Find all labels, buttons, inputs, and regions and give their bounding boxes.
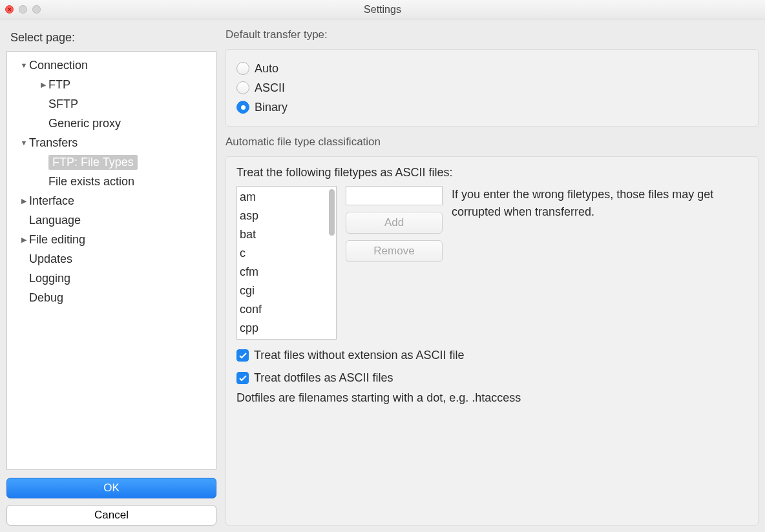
classification-group: Treat the following filetypes as ASCII f… — [225, 156, 759, 526]
sidebar-buttons: OK Cancel — [6, 475, 216, 526]
window-title: Settings — [0, 4, 765, 15]
treat-dotfiles-row[interactable]: Treat dotfiles as ASCII files — [236, 371, 748, 385]
settings-window: ✕ Settings Select page: ▼Connection▶FTPS… — [0, 0, 765, 532]
new-filetype-input[interactable] — [346, 186, 443, 205]
cancel-button[interactable]: Cancel — [6, 505, 216, 526]
tree-item-label: Logging — [29, 272, 70, 285]
tree-item-label: FTP — [48, 78, 70, 92]
sidebar-label: Select page: — [6, 26, 216, 46]
radio-ascii[interactable]: ASCII — [236, 78, 748, 97]
tree-item[interactable]: Debug — [7, 288, 216, 307]
tree-item-label: SFTP — [48, 97, 78, 111]
list-item[interactable]: cpp — [240, 319, 324, 338]
radio-ascii-label: ASCII — [255, 81, 285, 95]
tree-item[interactable]: Language — [7, 210, 216, 230]
radio-ascii-indicator — [236, 81, 249, 94]
tree-item-label: Language — [29, 214, 81, 227]
disclosure-closed-icon: ▶ — [38, 81, 48, 89]
add-button[interactable]: Add — [346, 212, 443, 234]
scrollbar-thumb[interactable] — [329, 189, 335, 236]
tree-item[interactable]: FTP: File Types — [7, 152, 216, 172]
tree-item-label: File exists action — [48, 175, 134, 189]
tree-item-label: Connection — [29, 59, 88, 72]
sidebar: Select page: ▼Connection▶FTPSFTPGeneric … — [6, 26, 216, 526]
tree-item-label: Debug — [29, 291, 63, 305]
add-remove-column: Add Remove — [346, 186, 443, 262]
list-item[interactable]: cfm — [240, 263, 324, 281]
tree-item-label: Updates — [29, 252, 72, 266]
tree-item[interactable]: ▶File editing — [7, 230, 216, 249]
treat-dotfiles-label: Treat dotfiles as ASCII files — [254, 371, 393, 385]
filetypes-hint: If you enter the wrong filetypes, those … — [452, 186, 748, 221]
tree-item-label: Transfers — [29, 136, 78, 150]
tree-item[interactable]: Logging — [7, 269, 216, 288]
list-item[interactable]: asp — [240, 207, 324, 225]
ascii-filetypes-list[interactable]: amaspbatccfmcgiconfcpp — [236, 186, 337, 340]
ok-button[interactable]: OK — [6, 478, 216, 498]
radio-auto-indicator — [236, 62, 249, 75]
disclosure-open-icon: ▼ — [19, 139, 29, 147]
transfer-type-group: Auto ASCII Binary — [225, 49, 759, 127]
tree-item[interactable]: File exists action — [7, 172, 216, 191]
ascii-filetypes-label: Treat the following filetypes as ASCII f… — [236, 166, 748, 179]
treat-noext-label: Treat files without extension as ASCII f… — [254, 349, 465, 362]
tree-item[interactable]: ▼Transfers — [7, 133, 216, 152]
tree-item[interactable]: ▶Interface — [7, 191, 216, 210]
tree-item[interactable]: ▶FTP — [7, 75, 216, 94]
disclosure-closed-icon: ▶ — [19, 236, 29, 244]
transfer-type-label: Default transfer type: — [225, 26, 759, 43]
radio-auto[interactable]: Auto — [236, 59, 748, 78]
list-item[interactable]: conf — [240, 300, 324, 319]
list-item[interactable]: cgi — [240, 281, 324, 300]
titlebar: ✕ Settings — [0, 0, 765, 19]
tree-item-label: FTP: File Types — [48, 155, 138, 170]
disclosure-open-icon: ▼ — [19, 61, 29, 69]
tree-item[interactable]: SFTP — [7, 94, 216, 114]
list-item[interactable]: bat — [240, 225, 324, 244]
treat-noext-row[interactable]: Treat files without extension as ASCII f… — [236, 349, 748, 362]
tree-item[interactable]: Updates — [7, 249, 216, 269]
radio-binary-indicator — [236, 101, 249, 114]
tree-item[interactable]: ▼Connection — [7, 56, 216, 75]
tree-item-label: Interface — [29, 194, 74, 208]
checkbox-checked-icon — [236, 372, 249, 384]
radio-binary-label: Binary — [255, 101, 288, 114]
disclosure-closed-icon: ▶ — [19, 197, 29, 205]
page-tree[interactable]: ▼Connection▶FTPSFTPGeneric proxy▼Transfe… — [6, 51, 216, 470]
checkbox-checked-icon — [236, 349, 249, 362]
remove-button[interactable]: Remove — [346, 240, 443, 262]
tree-item-label: File editing — [29, 233, 85, 247]
ascii-filetypes-row: amaspbatccfmcgiconfcpp Add Remove If you… — [236, 186, 748, 340]
dotfiles-note: Dotfiles are filenames starting with a d… — [236, 391, 748, 405]
classification-label: Automatic file type classification — [225, 133, 759, 150]
radio-auto-label: Auto — [255, 62, 278, 76]
list-item[interactable]: am — [240, 188, 324, 207]
radio-binary[interactable]: Binary — [236, 97, 748, 117]
list-item[interactable]: c — [240, 244, 324, 263]
tree-item-label: Generic proxy — [48, 117, 121, 130]
tree-item[interactable]: Generic proxy — [7, 114, 216, 133]
window-body: Select page: ▼Connection▶FTPSFTPGeneric … — [0, 19, 765, 532]
settings-content: Default transfer type: Auto ASCII Binary… — [225, 26, 759, 526]
